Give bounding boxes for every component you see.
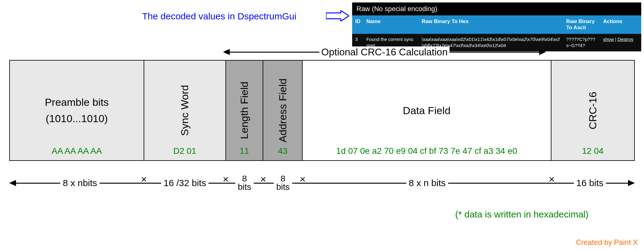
crc-hex: 12 04 [551, 146, 634, 156]
col-header-actions: Actions [600, 15, 641, 34]
col-header-name: Name [363, 15, 419, 34]
cell-actions: show|Destroy [600, 34, 641, 51]
col-header-id: ID [352, 15, 363, 34]
data-title: Data Field [403, 105, 451, 117]
crc-title: CRC-16 [587, 92, 599, 129]
address-title: Address Field [277, 78, 289, 142]
dim-length-label: 8 bits [235, 175, 254, 191]
preamble-hex: AA AA AA AA [10, 146, 144, 156]
data-hex: 1d 07 0e a2 70 e9 04 cf bf 73 7e 47 cf a… [303, 146, 551, 156]
dspectrumgui-table: Raw (No special encoding) ID Name Raw Bi… [352, 2, 641, 51]
segment-sync: Sync Word D2 01 [144, 61, 226, 160]
credit-label: Created by Paint X [576, 238, 638, 247]
block-arrow-icon [326, 10, 349, 21]
col-header-hex: Raw Binary To Hex [419, 15, 563, 34]
dimension-row: × × × × × 8 x nbits 16 /32 bits 8 bits 8… [9, 171, 635, 195]
packet-structure: Preamble bits (1010...1010) AA AA AA AA … [9, 60, 635, 161]
sync-title: Sync Word [179, 85, 191, 136]
segment-data: Data Field 1d 07 0e a2 70 e9 04 cf bf 73… [303, 61, 551, 160]
dim-preamble: 8 x nbits [9, 176, 144, 190]
cell-ascii: ?????C?p???s~G??4? [563, 34, 600, 51]
address-hex: 43 [263, 146, 302, 156]
segment-length: Length Field 11 [226, 61, 264, 160]
show-link[interactable]: show [603, 37, 614, 42]
dim-data-label: 8 x n bits [406, 178, 448, 188]
hex-footnote: (* data is written in hexadecimal) [455, 209, 589, 220]
arrow-left-icon [223, 49, 230, 55]
segment-address: Address Field 43 [263, 61, 303, 160]
arrow-right-icon [539, 49, 546, 55]
dim-length: 8 bits [226, 176, 263, 190]
segment-preamble: Preamble bits (1010...1010) AA AA AA AA [10, 61, 144, 160]
dim-data: 8 x n bits [303, 176, 552, 190]
dim-address-label: 8 bits [274, 175, 292, 191]
preamble-title: Preamble bits [45, 96, 109, 108]
crc-span-label: Optional CRC-16 Calculation [320, 46, 450, 58]
arrow-left-icon [9, 180, 16, 186]
destroy-link[interactable]: Destroy [618, 37, 634, 42]
sync-hex: D2 01 [144, 146, 225, 156]
dim-crc: 16 bits [552, 176, 635, 190]
dim-sync: 16 /32 bits [144, 176, 226, 190]
crc-span-arrow: Optional CRC-16 Calculation [223, 46, 546, 58]
segment-crc: CRC-16 12 04 [551, 61, 634, 160]
dim-address: 8 bits [263, 176, 303, 190]
length-title: Length Field [238, 82, 250, 139]
dim-preamble-label: 8 x nbits [60, 178, 100, 188]
dim-crc-label: 16 bits [574, 178, 606, 188]
arrow-right-icon [628, 180, 635, 186]
preamble-sub: (1010...1010) [46, 113, 108, 125]
gui-title: Raw (No special encoding) [352, 2, 641, 15]
decoded-values-caption: The decoded values in DspectrumGui [142, 11, 296, 22]
length-hex: 11 [226, 146, 263, 156]
dim-sync-label: 16 /32 bits [161, 178, 209, 188]
gui-header-row: ID Name Raw Binary To Hex Raw Binary To … [352, 15, 641, 34]
col-header-ascii: Raw Binary To Ascii [563, 15, 600, 34]
